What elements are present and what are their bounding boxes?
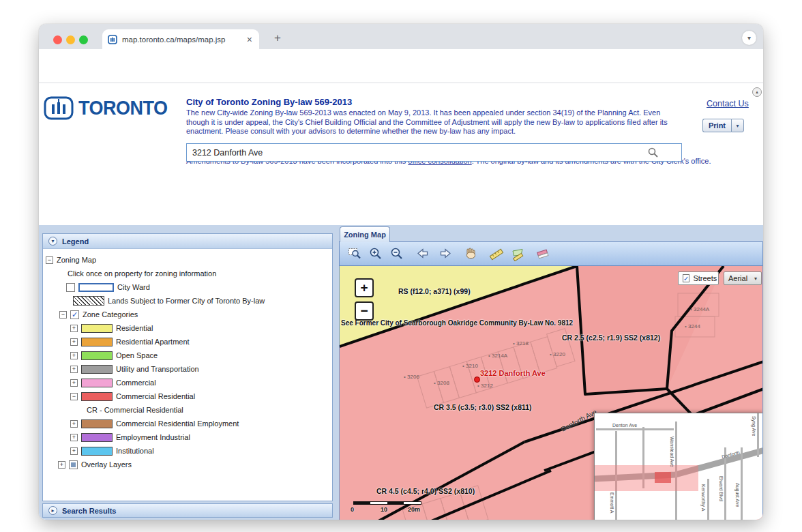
parcel-number: 3208: [434, 380, 449, 386]
zone-label-cr35: CR 3.5 (c3.5; r3.0) SS2 (x811): [434, 403, 532, 411]
selected-address-label: 3212 Danforth Ave: [480, 369, 546, 377]
tree-node-residential: + Residential: [43, 321, 332, 335]
scale-label: 20m: [408, 506, 420, 513]
header-collapse-icon[interactable]: ▴: [752, 87, 762, 97]
print-button[interactable]: Print: [702, 119, 731, 132]
zone-swatch: [81, 392, 113, 401]
browser-toolbar: ← → ↻ map.toronto.ca/maps/map.jsp?app=ZB…: [39, 49, 763, 83]
collapse-node-icon[interactable]: −: [70, 393, 78, 400]
zone-swatch: [81, 419, 113, 428]
inset-selection-highlight: [655, 472, 671, 483]
zone-swatch: [81, 379, 113, 387]
next-extent-icon[interactable]: [436, 246, 453, 262]
tree-node-city-ward: City Ward: [43, 280, 332, 294]
tree-node-overlay-layers: + Overlay Layers: [43, 458, 332, 471]
toronto-logo: TORONTO: [43, 94, 168, 121]
parcel-number: 3244A: [690, 306, 709, 312]
address-search: [186, 143, 682, 162]
tab-strip: map.toronto.ca/maps/map.jsp × + ▾: [39, 24, 763, 49]
bylaw-notice-text: The new City-wide Zoning By-law 569-2013…: [186, 108, 676, 136]
measure-area-icon[interactable]: [509, 246, 526, 262]
map-viewport[interactable]: RS (f12.0; a371) (x99) See Former City o…: [339, 266, 763, 520]
tree-node-residential-apartment: + Residential Apartment: [43, 335, 332, 349]
inset-street-line: [596, 428, 674, 430]
hatch-swatch: [73, 296, 104, 306]
minimize-window-button[interactable]: [66, 35, 75, 44]
tab-search-chevron-icon[interactable]: ▾: [742, 31, 756, 45]
new-tab-button[interactable]: +: [269, 30, 286, 46]
aerial-chevron-icon: ▾: [754, 276, 757, 282]
measure-distance-icon[interactable]: [488, 246, 505, 262]
inset-street-label: Denton Ave: [612, 423, 637, 428]
inset-street-label: Emmott A: [610, 492, 614, 513]
expand-node-icon[interactable]: +: [70, 447, 78, 455]
search-results-expand-icon[interactable]: ▸: [48, 506, 57, 515]
legend-title: Legend: [62, 237, 89, 246]
legend-collapse-icon[interactable]: ▾: [48, 237, 57, 246]
map-toolbar: [339, 241, 763, 266]
parcel-number: 3210: [462, 363, 478, 369]
zoom-out-icon[interactable]: [389, 246, 405, 262]
inset-street-label: Wanstead Ave: [670, 437, 674, 467]
zone-swatch: [81, 338, 113, 346]
collapse-node-icon[interactable]: −: [59, 311, 67, 319]
fullscreen-window-button[interactable]: [79, 35, 88, 44]
tab-zoning-map[interactable]: Zoning Map: [340, 226, 390, 242]
tree-hint: Click once on property for zoning inform…: [43, 267, 332, 280]
zone-swatch: [81, 324, 113, 333]
aerial-dropdown[interactable]: Aerial ▾: [724, 271, 762, 285]
scale-bar: [353, 501, 421, 505]
close-window-button[interactable]: [53, 35, 62, 44]
scale-label: 0: [351, 506, 354, 513]
expand-node-icon[interactable]: +: [70, 434, 78, 441]
map-zoom-in-button[interactable]: +: [355, 278, 374, 297]
map-panel: Zoning Map: [339, 225, 763, 520]
browser-window: map.toronto.ca/maps/map.jsp × + ▾ ← → ↻ …: [39, 24, 763, 520]
expand-node-icon[interactable]: +: [70, 325, 78, 332]
expand-node-icon[interactable]: +: [70, 379, 78, 387]
overlay-layers-checkbox[interactable]: [69, 460, 78, 469]
parcel-number: 3218: [513, 340, 529, 346]
legend-tree: − Zoning Map Click once on property for …: [43, 249, 332, 501]
expand-node-icon[interactable]: +: [70, 420, 78, 428]
search-results-section[interactable]: ▸ Search Results: [42, 503, 333, 518]
parcel-number: 3206: [404, 374, 419, 380]
map-zoom-out-button[interactable]: −: [355, 301, 374, 321]
tree-node-commercial: + Commercial: [43, 376, 332, 389]
zoom-selection-icon[interactable]: [346, 246, 363, 262]
tree-node-utility-transportation: + Utility and Transportation: [43, 362, 332, 376]
tree-node-zoning-map: − Zoning Map: [43, 253, 332, 267]
contact-us-link[interactable]: Contact Us: [707, 99, 749, 108]
pan-icon[interactable]: [463, 246, 479, 262]
address-search-input[interactable]: [186, 143, 682, 162]
inset-street-label: Syng Ave: [752, 416, 756, 436]
tab-close-icon[interactable]: ×: [246, 34, 254, 45]
previous-extent-icon[interactable]: [415, 246, 432, 262]
inset-street-line: [741, 447, 743, 520]
overview-inset-map[interactable]: Denton Ave Wanstead Ave Syng Ave Danfort…: [594, 413, 763, 520]
city-ward-checkbox[interactable]: [66, 283, 75, 292]
tree-node-lands-subject: Lands Subject to Former City of Toronto …: [43, 294, 332, 308]
zoom-in-icon[interactable]: [368, 246, 384, 262]
streets-toggle[interactable]: ✓ Streets: [678, 271, 719, 285]
expand-node-icon[interactable]: +: [70, 366, 78, 373]
search-icon[interactable]: [647, 147, 659, 158]
expand-node-icon[interactable]: +: [70, 352, 78, 359]
collapse-node-icon[interactable]: −: [46, 256, 53, 264]
inset-street-line: [757, 413, 759, 457]
clear-graphics-icon[interactable]: [535, 246, 551, 262]
app-main-area: ▾ Legend − Zoning Map Click once on prop…: [39, 225, 763, 520]
browser-tab[interactable]: map.toronto.ca/maps/map.jsp ×: [102, 29, 259, 49]
selected-address-marker: [474, 376, 480, 383]
zone-swatch: [81, 433, 113, 442]
expand-node-icon[interactable]: +: [70, 338, 78, 346]
page-content: TORONTO City of Toronto Zoning By-law 56…: [39, 83, 763, 520]
zone-categories-checkbox[interactable]: ✓: [70, 310, 79, 319]
print-dropdown-icon[interactable]: ▾: [731, 119, 744, 132]
tree-node-cr-commercial-residential: CR - Commercial Residential: [43, 403, 332, 417]
streets-checkbox[interactable]: ✓: [683, 274, 689, 282]
legend-header[interactable]: ▾ Legend: [43, 234, 332, 249]
expand-node-icon[interactable]: +: [58, 461, 65, 469]
parcel-number: 3212: [477, 383, 493, 389]
parcel-number: 3244: [685, 323, 700, 329]
